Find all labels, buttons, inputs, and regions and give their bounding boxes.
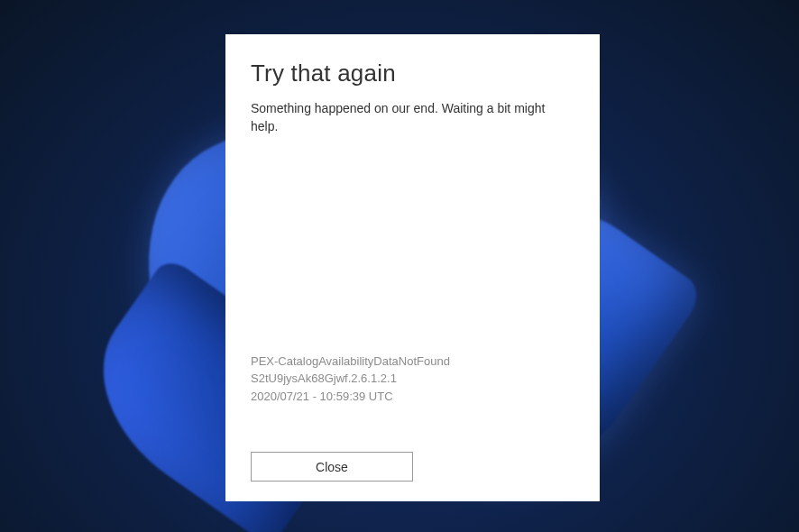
dialog-title: Try that again <box>251 60 574 87</box>
close-button[interactable]: Close <box>251 452 413 482</box>
error-timestamp: 2020/07/21 - 10:59:39 UTC <box>251 388 574 406</box>
error-details: PEX-CatalogAvailabilityDataNotFound S2tU… <box>251 353 574 406</box>
dialog-message: Something happened on our end. Waiting a… <box>251 100 574 135</box>
error-dialog: Try that again Something happened on our… <box>225 34 600 501</box>
error-id: S2tU9jysAk68Gjwf.2.6.1.2.1 <box>251 370 574 388</box>
error-code: PEX-CatalogAvailabilityDataNotFound <box>251 353 574 371</box>
